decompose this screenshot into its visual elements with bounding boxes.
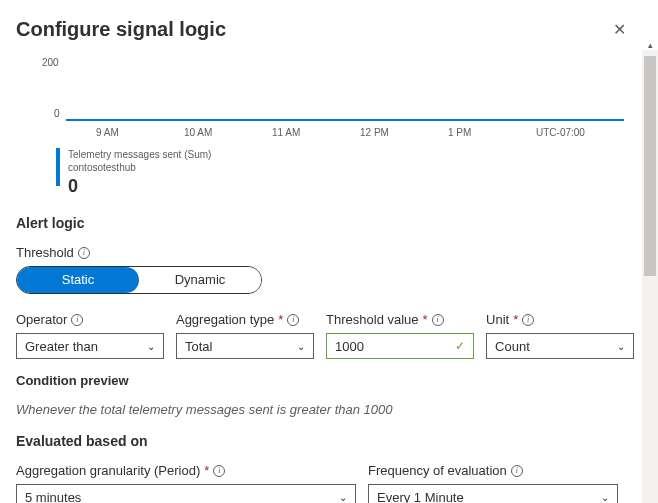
scroll-up-icon[interactable]: ▴ — [642, 40, 658, 50]
operator-value: Greater than — [25, 339, 98, 354]
required-indicator: * — [423, 312, 428, 327]
required-indicator: * — [278, 312, 283, 327]
x-tick: 9 AM — [96, 127, 184, 138]
legend-value: 0 — [68, 176, 211, 197]
required-indicator: * — [204, 463, 209, 478]
operator-label: Operator — [16, 312, 67, 327]
threshold-label: Threshold — [16, 245, 74, 260]
x-tick: 1 PM — [448, 127, 536, 138]
threshval-value: 1000 — [335, 339, 364, 354]
timezone-label: UTC-07:00 — [536, 127, 624, 138]
chevron-down-icon: ⌄ — [617, 341, 625, 352]
aggtype-label: Aggregation type — [176, 312, 274, 327]
chevron-down-icon: ⌄ — [601, 492, 609, 503]
x-tick: 11 AM — [272, 127, 360, 138]
alert-logic-heading: Alert logic — [16, 215, 634, 231]
info-icon[interactable]: i — [432, 314, 444, 326]
unit-label: Unit — [486, 312, 509, 327]
toggle-static[interactable]: Static — [17, 267, 139, 293]
info-icon[interactable]: i — [522, 314, 534, 326]
operator-select[interactable]: Greater than ⌄ — [16, 333, 164, 359]
threshold-toggle[interactable]: Static Dynamic — [16, 266, 262, 294]
granularity-select[interactable]: 5 minutes ⌄ — [16, 484, 356, 503]
chart-baseline — [66, 119, 624, 121]
chevron-down-icon: ⌄ — [339, 492, 347, 503]
legend-metric: Telemetry messages sent (Sum) — [68, 148, 211, 161]
frequency-select[interactable]: Every 1 Minute ⌄ — [368, 484, 618, 503]
y-tick: 200 — [42, 57, 59, 68]
aggtype-value: Total — [185, 339, 212, 354]
toggle-dynamic[interactable]: Dynamic — [139, 267, 261, 293]
info-icon[interactable]: i — [213, 465, 225, 477]
unit-value: Count — [495, 339, 530, 354]
x-tick: 10 AM — [184, 127, 272, 138]
scrollbar-thumb[interactable] — [644, 56, 656, 276]
frequency-value: Every 1 Minute — [377, 490, 464, 504]
threshval-label: Threshold value — [326, 312, 419, 327]
condition-preview-text: Whenever the total telemetry messages se… — [16, 402, 634, 417]
info-icon[interactable]: i — [71, 314, 83, 326]
unit-select[interactable]: Count ⌄ — [486, 333, 634, 359]
granularity-label: Aggregation granularity (Period) — [16, 463, 200, 478]
legend-resource: contosotesthub — [68, 161, 211, 174]
required-indicator: * — [513, 312, 518, 327]
granularity-value: 5 minutes — [25, 490, 81, 504]
condition-preview-label: Condition preview — [16, 373, 634, 388]
frequency-label: Frequency of evaluation — [368, 463, 507, 478]
aggtype-select[interactable]: Total ⌄ — [176, 333, 314, 359]
check-icon: ✓ — [455, 339, 465, 353]
legend-color-swatch — [56, 148, 60, 186]
x-tick: 12 PM — [360, 127, 448, 138]
page-title: Configure signal logic — [16, 18, 226, 41]
threshold-value-input[interactable]: 1000 ✓ — [326, 333, 474, 359]
scrollbar[interactable]: ▴ — [642, 50, 658, 503]
chevron-down-icon: ⌄ — [147, 341, 155, 352]
info-icon[interactable]: i — [287, 314, 299, 326]
metric-chart: 200 0 9 AM 10 AM 11 AM 12 PM 1 PM UTC-07… — [36, 57, 634, 197]
y-tick: 0 — [54, 108, 60, 119]
info-icon[interactable]: i — [511, 465, 523, 477]
evaluated-heading: Evaluated based on — [16, 433, 634, 449]
close-icon[interactable]: ✕ — [605, 16, 634, 43]
info-icon[interactable]: i — [78, 247, 90, 259]
chevron-down-icon: ⌄ — [297, 341, 305, 352]
